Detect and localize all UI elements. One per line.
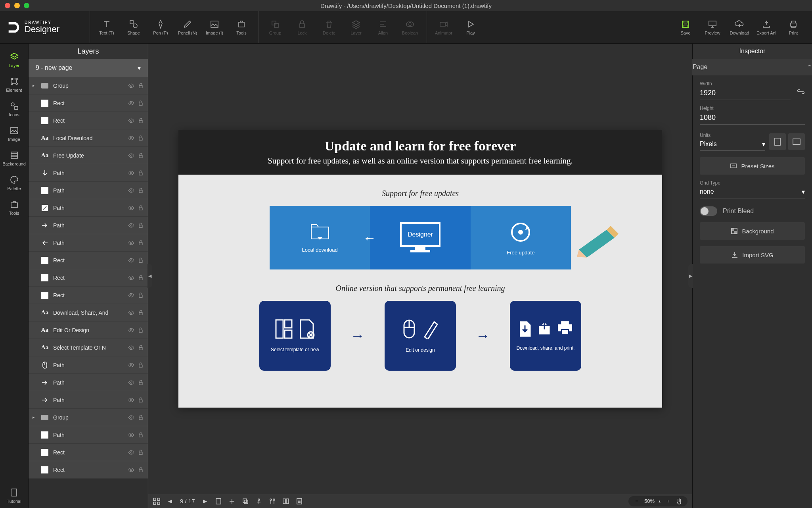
layer-item[interactable]: Path [29,164,148,182]
layer-item[interactable]: Rect [29,252,148,269]
lock-icon[interactable] [138,379,144,386]
save-button[interactable]: Save [673,19,698,35]
lock-icon[interactable] [138,240,144,246]
lock-icon[interactable] [138,310,144,316]
lock-icon[interactable] [138,327,144,333]
text-tool-button[interactable]: Text (T) [95,15,119,39]
image-tool-button[interactable]: Image (I) [203,15,226,39]
expand-icon[interactable]: ▸ [33,83,36,88]
collapse-left-panel[interactable]: ◀ [147,264,152,288]
visibility-icon[interactable] [128,152,134,159]
maximize-window-button[interactable] [24,3,29,8]
layer-item[interactable]: Path [29,234,148,252]
delete-button[interactable]: Delete [317,15,341,39]
layer-item[interactable]: Path [29,182,148,199]
link-dimensions-icon[interactable] [797,88,805,100]
visibility-icon[interactable] [128,117,134,124]
units-select[interactable]: Pixels▾ [700,138,765,151]
visibility-icon[interactable] [128,222,134,229]
lock-icon[interactable] [138,135,144,141]
lock-icon[interactable] [138,205,144,211]
play-button[interactable]: Play [459,15,483,39]
landscape-orientation-button[interactable] [788,133,805,150]
print-button[interactable]: Print [781,19,806,35]
visibility-icon[interactable] [128,100,134,106]
minimize-window-button[interactable] [14,3,20,8]
lock-icon[interactable] [138,449,144,456]
layer-item[interactable]: AaDownload, Share, And [29,304,148,321]
next-page-button[interactable]: ▶ [201,498,209,505]
background-button[interactable]: Background [700,222,805,240]
visibility-icon[interactable] [128,467,134,473]
add-page-button[interactable] [228,498,236,505]
zoom-in-button[interactable]: + [665,498,672,505]
rail-tools[interactable]: Tools [0,195,29,220]
visibility-icon[interactable] [128,414,134,421]
visibility-icon[interactable] [128,83,134,89]
layer-item[interactable]: Rect [29,112,148,129]
height-input[interactable] [700,111,805,125]
arrange-button[interactable] [269,498,276,505]
layer-item[interactable]: Rect [29,444,148,461]
layer-item[interactable]: Rect [29,269,148,287]
align-button[interactable]: Align [371,15,395,39]
layer-item[interactable]: Rect [29,461,148,479]
close-window-button[interactable] [5,3,10,8]
layer-item[interactable]: Rect [29,287,148,304]
layer-item[interactable]: AaFree Update [29,147,148,164]
visibility-icon[interactable] [128,187,134,194]
group-button[interactable]: Group [263,15,287,39]
lock-icon[interactable] [138,432,144,438]
duplicate-page-button[interactable] [242,498,249,505]
lock-button[interactable]: Lock [290,15,314,39]
prev-page-button[interactable]: ◀ [167,498,174,505]
grid-type-select[interactable]: none▾ [700,186,805,198]
layer-button[interactable]: Layer [344,15,368,39]
rail-element[interactable]: Element [0,72,29,97]
layer-item[interactable]: AaLocal Download [29,129,148,147]
visibility-icon[interactable] [128,379,134,386]
layer-item[interactable]: Rect [29,94,148,112]
visibility-icon[interactable] [128,257,134,264]
layer-item[interactable]: Path [29,391,148,409]
lock-icon[interactable] [138,292,144,298]
lock-icon[interactable] [138,117,144,124]
visibility-icon[interactable] [128,327,134,333]
visibility-icon[interactable] [128,432,134,438]
single-view-button[interactable] [296,498,303,505]
visibility-icon[interactable] [128,397,134,403]
visibility-icon[interactable] [128,449,134,456]
lock-icon[interactable] [138,414,144,421]
layer-item[interactable]: Path [29,356,148,374]
master-page-button[interactable] [255,498,262,505]
visibility-icon[interactable] [128,292,134,298]
visibility-icon[interactable] [128,310,134,316]
import-svg-button[interactable]: Import SVG [700,246,805,264]
lock-icon[interactable] [138,362,144,368]
zoom-level[interactable]: 50% [644,498,655,504]
lock-icon[interactable] [138,275,144,281]
visibility-icon[interactable] [128,170,134,176]
layer-item[interactable]: Path [29,374,148,391]
lock-icon[interactable] [138,83,144,89]
visibility-icon[interactable] [128,344,134,351]
preset-sizes-button[interactable]: Preset Sizes [700,157,805,175]
layer-item[interactable]: Path [29,217,148,234]
rail-palette[interactable]: Palette [0,171,29,195]
tools-tool-button[interactable]: Tools [230,15,253,39]
visibility-icon[interactable] [128,362,134,368]
rail-background[interactable]: Background [0,146,29,171]
page-selector[interactable]: 9 - new page ▾ [29,59,148,77]
layer-item[interactable]: AaSelect Template Or N [29,339,148,356]
layer-item[interactable]: Path [29,199,148,217]
lock-icon[interactable] [138,152,144,159]
preview-button[interactable]: Preview [700,19,725,35]
pen-tool-button[interactable]: Pen (P) [149,15,172,39]
visibility-icon[interactable] [128,275,134,281]
collapse-right-panel[interactable]: ▶ [688,264,693,288]
boolean-button[interactable]: Boolean [398,15,422,39]
visibility-icon[interactable] [128,205,134,211]
rail-layer[interactable]: Layer [0,48,29,72]
pan-button[interactable] [676,498,683,505]
lock-icon[interactable] [138,467,144,473]
